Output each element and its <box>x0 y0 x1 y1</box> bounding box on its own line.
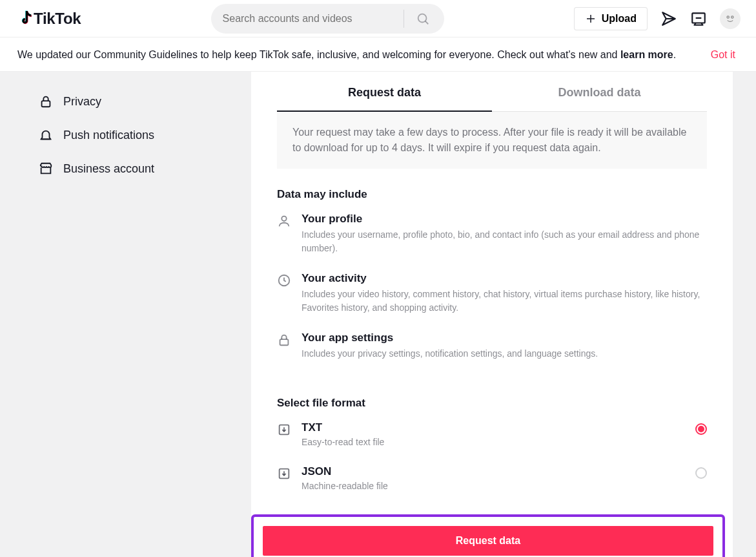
top-header: TikTok Upload <box>0 0 756 37</box>
data-tabs: Request data Download data <box>277 72 707 112</box>
upload-label: Upload <box>602 13 637 25</box>
header-actions: Upload <box>574 7 741 30</box>
banner-period: . <box>673 49 676 60</box>
data-include-desc: Includes your privacy settings, notifica… <box>301 347 707 361</box>
data-include-title: Your activity <box>301 272 707 285</box>
data-include-title: Your profile <box>301 213 707 226</box>
person-icon <box>277 214 291 228</box>
sidebar-item-business-account[interactable]: Business account <box>18 152 251 185</box>
messages-button[interactable] <box>660 10 677 27</box>
banner-text: We updated our Community Guidelines to h… <box>17 49 676 61</box>
banner-prefix: We updated our Community Guidelines to h… <box>17 49 620 60</box>
sidebar-item-label: Business account <box>63 162 154 176</box>
profile-avatar[interactable] <box>720 8 741 29</box>
avatar-icon <box>724 12 737 25</box>
file-download-icon <box>277 423 291 437</box>
inbox-button[interactable] <box>690 10 707 27</box>
file-format-desc: Machine-readable file <box>301 481 685 491</box>
svg-point-8 <box>731 16 733 17</box>
svg-rect-13 <box>280 339 289 345</box>
file-format-title: JSON <box>301 465 685 478</box>
svg-point-7 <box>727 16 729 17</box>
data-include-activity: Your activity Includes your video histor… <box>251 272 733 331</box>
data-request-card: Request data Download data Your request … <box>251 72 733 557</box>
announcement-banner: We updated our Community Guidelines to h… <box>0 37 756 72</box>
inbox-icon <box>690 10 707 27</box>
tab-request-data[interactable]: Request data <box>277 72 492 111</box>
file-format-heading: Select file format <box>277 397 707 410</box>
file-download-icon <box>277 467 291 481</box>
tiktok-logo[interactable]: TikTok <box>15 9 81 28</box>
main-content: Request data Download data Your request … <box>251 72 756 557</box>
request-button-highlight: Request data <box>251 514 725 557</box>
page-body: Privacy Push notifications Business acco… <box>0 72 756 557</box>
svg-line-1 <box>425 21 428 24</box>
logo-text: TikTok <box>34 10 81 28</box>
sidebar-item-push-notifications[interactable]: Push notifications <box>18 118 251 152</box>
clock-icon <box>277 273 291 288</box>
file-format-title: TXT <box>301 421 685 434</box>
data-include-settings: Your app settings Includes your privacy … <box>251 331 733 377</box>
data-include-title: Your app settings <box>301 331 707 344</box>
lock-icon <box>277 333 291 347</box>
storefront-icon <box>39 162 53 176</box>
svg-point-11 <box>281 216 286 221</box>
sidebar-item-privacy[interactable]: Privacy <box>18 85 251 118</box>
tiktok-music-note-icon <box>15 9 32 28</box>
svg-point-0 <box>418 14 426 22</box>
search-button[interactable] <box>409 4 436 34</box>
sidebar-item-label: Privacy <box>63 95 101 109</box>
plus-icon <box>585 13 597 25</box>
send-icon <box>660 10 677 27</box>
svg-rect-9 <box>42 101 50 107</box>
tab-download-data[interactable]: Download data <box>492 72 707 111</box>
learn-more-link[interactable]: learn more <box>620 49 673 60</box>
search-icon <box>416 12 430 26</box>
radio-selected[interactable] <box>695 423 707 435</box>
upload-button[interactable]: Upload <box>574 7 648 30</box>
search-input[interactable] <box>223 13 404 25</box>
sidebar: Privacy Push notifications Business acco… <box>0 72 251 557</box>
data-include-desc: Includes your video history, comment his… <box>301 288 707 315</box>
radio-unselected[interactable] <box>695 467 707 479</box>
lock-icon <box>39 94 53 109</box>
file-format-desc: Easy-to-read text file <box>301 437 685 447</box>
search-divider <box>404 10 404 28</box>
banner-dismiss-button[interactable]: Got it <box>711 49 735 61</box>
data-include-profile: Your profile Includes your username, pro… <box>251 213 733 272</box>
request-data-button[interactable]: Request data <box>263 526 713 556</box>
sidebar-item-label: Push notifications <box>63 129 154 142</box>
search-bar <box>211 4 444 34</box>
data-include-desc: Includes your username, profile photo, b… <box>301 228 707 255</box>
file-format-option-json[interactable]: JSON Machine-readable file <box>251 465 733 509</box>
bell-icon <box>39 128 53 142</box>
file-format-option-txt[interactable]: TXT Easy-to-read text file <box>251 421 733 465</box>
request-info-banner: Your request may take a few days to proc… <box>277 112 707 169</box>
data-include-heading: Data may include <box>277 188 707 201</box>
search-wrap <box>81 4 573 34</box>
